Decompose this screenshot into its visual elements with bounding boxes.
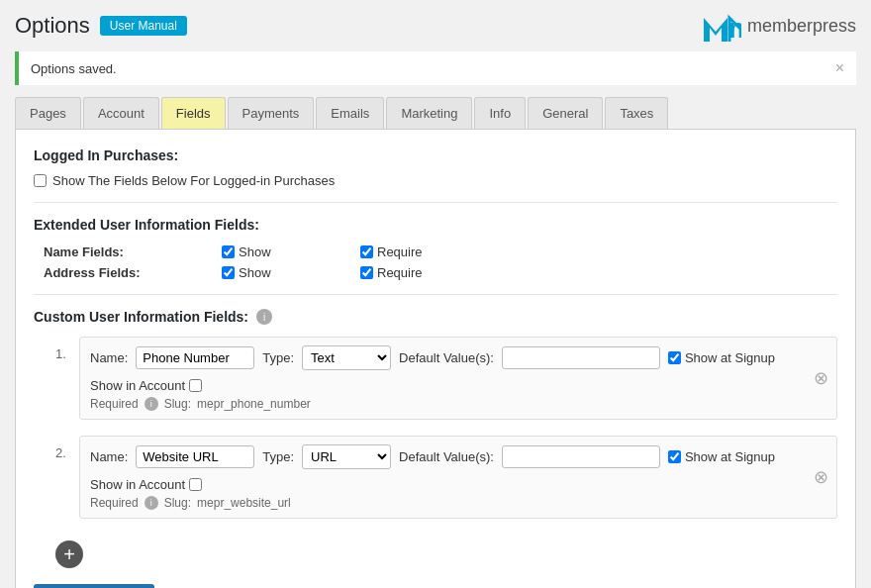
- field-2-type-label: Type:: [262, 449, 294, 464]
- page-title: Options: [15, 13, 90, 39]
- notice-text: Options saved.: [31, 61, 117, 76]
- tab-payments[interactable]: Payments: [228, 97, 315, 129]
- name-fields-require-checkbox[interactable]: [360, 245, 373, 258]
- address-fields-require-checkbox[interactable]: [360, 266, 373, 279]
- tab-taxes[interactable]: Taxes: [605, 97, 668, 129]
- field-2-name-label: Name:: [90, 449, 128, 464]
- field-1-required-label: Required: [90, 397, 139, 411]
- custom-fields-title: Custom User Information Fields:: [34, 309, 248, 325]
- field-2-slug-line: Required i Slug: mepr_website_url: [90, 496, 826, 510]
- field-1-slug-label: Slug:: [164, 397, 191, 411]
- field-1-slug-value: mepr_phone_number: [197, 397, 311, 411]
- add-field-button[interactable]: +: [55, 540, 83, 568]
- field-2-default-label: Default Value(s):: [399, 449, 494, 464]
- field-1-show-account-label: Show in Account: [90, 378, 185, 393]
- content-area: Logged In Purchases: Show The Fields Bel…: [15, 130, 856, 588]
- field-1-default-input[interactable]: [502, 346, 660, 369]
- logged-in-checkbox[interactable]: [34, 174, 47, 187]
- field-1-show-account-checkbox[interactable]: [189, 379, 202, 392]
- field-2-remove-button[interactable]: ⊗: [814, 468, 828, 486]
- name-fields-show-checkbox[interactable]: [222, 245, 235, 258]
- field-2-main-line: Name: Type: Text URL Email Number Date H…: [90, 444, 826, 492]
- tab-account[interactable]: Account: [83, 97, 159, 129]
- field-2-number: 2.: [55, 436, 71, 460]
- tab-pages[interactable]: Pages: [15, 97, 81, 129]
- field-1-remove-button[interactable]: ⊗: [814, 369, 828, 387]
- custom-field-row-2: Name: Type: Text URL Email Number Date H…: [79, 436, 837, 519]
- field-2-required-label: Required: [90, 496, 139, 510]
- address-fields-label: Address Fields:: [44, 265, 222, 280]
- field-1-name-label: Name:: [90, 350, 128, 365]
- field-1-name-input[interactable]: [136, 346, 254, 369]
- tab-info[interactable]: Info: [474, 97, 526, 129]
- field-2-slug-value: mepr_website_url: [197, 496, 291, 510]
- custom-field-row-1: Name: Type: Text URL Email Number Date H…: [79, 337, 837, 420]
- custom-fields-list: 1. Name: Type: Text URL Email Number Dat…: [34, 337, 837, 568]
- field-1-main-line: Name: Type: Text URL Email Number Date H…: [90, 345, 826, 393]
- field-2-show-account-label: Show in Account: [90, 477, 185, 492]
- custom-fields-title-row: Custom User Information Fields: i: [34, 309, 837, 325]
- name-fields-label: Name Fields:: [44, 245, 222, 259]
- logged-in-label: Show The Fields Below For Logged-in Purc…: [52, 173, 335, 188]
- svg-text:m: m: [728, 13, 741, 42]
- logged-in-checkbox-row: Show The Fields Below For Logged-in Purc…: [34, 173, 837, 188]
- tabs-bar: Pages Account Fields Payments Emails Mar…: [15, 97, 856, 130]
- field-2-show-signup-checkbox[interactable]: [668, 450, 681, 463]
- field-1-number: 1.: [55, 337, 71, 361]
- logo: m memberpress: [704, 10, 856, 42]
- field-1-show-signup-label: Show at Signup: [685, 350, 775, 365]
- field-1-slug-info-icon[interactable]: i: [145, 397, 158, 411]
- name-fields-show-label: Show: [239, 245, 271, 259]
- field-2-default-input[interactable]: [502, 445, 660, 468]
- custom-fields-info-icon[interactable]: i: [256, 309, 272, 325]
- notice-close-icon[interactable]: ×: [835, 59, 844, 77]
- field-2-name-input[interactable]: [136, 445, 254, 468]
- name-fields-require-label: Require: [377, 245, 423, 259]
- field-1-type-select[interactable]: Text URL Email Number Date Hidden Textar…: [302, 345, 391, 370]
- field-2-slug-label: Slug:: [164, 496, 191, 510]
- field-2-type-select[interactable]: Text URL Email Number Date Hidden Textar…: [302, 444, 391, 469]
- tab-marketing[interactable]: Marketing: [386, 97, 472, 129]
- tab-fields[interactable]: Fields: [161, 97, 226, 129]
- field-2-slug-info-icon[interactable]: i: [145, 496, 158, 510]
- tab-general[interactable]: General: [528, 97, 603, 129]
- address-fields-show-label: Show: [239, 265, 271, 280]
- update-options-button[interactable]: Update Options: [34, 584, 154, 588]
- notice-bar: Options saved. ×: [15, 51, 856, 85]
- field-1-slug-line: Required i Slug: mepr_phone_number: [90, 397, 826, 411]
- user-manual-button[interactable]: User Manual: [100, 16, 187, 36]
- extended-title: Extended User Information Fields:: [34, 217, 837, 233]
- field-2-show-signup-label: Show at Signup: [685, 449, 775, 464]
- field-2-show-account-checkbox[interactable]: [189, 478, 202, 491]
- logged-in-title: Logged In Purchases:: [34, 147, 837, 163]
- tab-emails[interactable]: Emails: [316, 97, 384, 129]
- field-1-type-label: Type:: [262, 350, 294, 365]
- logo-text: memberpress: [747, 16, 856, 37]
- address-fields-show-checkbox[interactable]: [222, 266, 235, 279]
- field-1-default-label: Default Value(s):: [399, 350, 494, 365]
- address-fields-require-label: Require: [377, 265, 423, 280]
- field-1-show-signup-checkbox[interactable]: [668, 351, 681, 364]
